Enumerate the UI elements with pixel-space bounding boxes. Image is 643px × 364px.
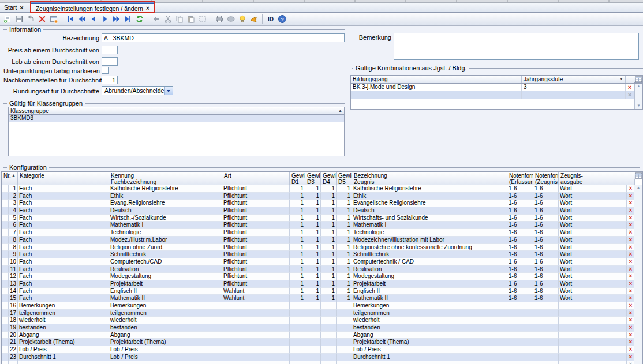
id-button[interactable]: ID: [265, 15, 276, 24]
column-header[interactable]: Gewicht D1: [290, 172, 305, 185]
column-header-jahrgangsstufe[interactable]: Jahrgangsstufe ▼: [522, 76, 626, 83]
export-icon[interactable]: [225, 13, 237, 25]
column-header[interactable]: Gewicht D3: [305, 172, 321, 185]
close-icon[interactable]: ×: [20, 5, 23, 10]
group-title: Gültige Kombinationen aus Jgst. / Bldg.: [353, 65, 469, 72]
hint-bulb-icon[interactable]: [237, 13, 248, 25]
konfiguration-row[interactable]: 8FachModez./Illustr.m.LaborPflichtunt111…: [2, 237, 635, 244]
first-record-icon[interactable]: [65, 13, 76, 25]
tab-bar: Start × Zeugniseinstellungen festlegen /…: [0, 3, 643, 13]
nachkommastellen-label: Nachkommastellen für Durchschnitte: [3, 77, 99, 84]
delete-row-button: ×: [626, 91, 634, 99]
table-header-row: Klassengruppe ▲: [9, 107, 344, 115]
konfiguration-row[interactable]: 16BemerkungenBemerkungenBemerkungen×: [2, 302, 635, 310]
group-title: Information: [7, 26, 43, 33]
vertical-scrollbar[interactable]: ▲ ▼: [634, 84, 642, 109]
konfiguration-row[interactable]: 14FachEnglisch IIWahlunt1111Englisch II1…: [2, 288, 635, 295]
tab-start[interactable]: Start ×: [0, 3, 28, 12]
column-options-button[interactable]: [634, 172, 642, 179]
preis-input[interactable]: [102, 46, 118, 54]
form-properties-icon[interactable]: [48, 13, 59, 25]
preis-label: Preis ab einem Durchschnitt von: [3, 47, 99, 54]
sort-ascending-icon: ▲: [338, 108, 342, 114]
column-header[interactable]: Notenformat (Erfassung): [507, 172, 533, 185]
last-record-icon[interactable]: [122, 13, 134, 25]
main-toolbar: ID ?: [0, 13, 643, 26]
filter-dropdown-icon[interactable]: ▼: [619, 76, 623, 82]
column-header[interactable]: Art: [222, 172, 290, 185]
delete-record-icon[interactable]: [36, 13, 48, 25]
cut-icon[interactable]: [162, 13, 174, 25]
undo-icon[interactable]: [25, 13, 36, 25]
tab-zeugniseinstellungen[interactable]: Zeugniseinstellungen festlegen / ändern …: [31, 2, 155, 12]
help-icon[interactable]: ?: [276, 13, 288, 25]
konfiguration-row[interactable]: 11FachRealisationPflichtunt1111Realisati…: [2, 266, 635, 273]
chevron-down-icon[interactable]: [164, 87, 173, 95]
select-icon[interactable]: [197, 13, 208, 25]
notification-horn-icon[interactable]: [248, 13, 260, 25]
group-title: Konfiguration: [7, 164, 49, 171]
konfiguration-row[interactable]: 2FachEthikPflichtunt1111Ethik1-61-6Wort×: [2, 193, 635, 200]
kombinationen-row[interactable]: BK 3-j.Mode und Design 3 ×: [351, 84, 642, 91]
konfiguration-row[interactable]: 12FachModegestaltungPflichtunt1111Modege…: [2, 273, 635, 280]
column-header-bildungsgang[interactable]: Bildungsgang: [351, 76, 522, 83]
konfiguration-row[interactable]: 20AbgangAbgangAbgang×: [2, 332, 635, 339]
konfiguration-row[interactable]: 6FachMathematik IPflichtunt1111Mathemati…: [2, 222, 635, 229]
vertical-scrollbar[interactable]: ▲: [634, 185, 642, 364]
group-title: Gültig für Klassengruppen: [7, 100, 85, 107]
konfiguration-table-header: Nr.▲KategorieKennung FachbezeichnungArtG…: [2, 172, 635, 185]
konfiguration-row[interactable]: 15FachMathematik IIWahlunt1111Mathematik…: [2, 295, 635, 302]
konfiguration-row[interactable]: 21Projektarbeit (Thema)Projektarbeit (Th…: [2, 339, 635, 346]
paste-icon[interactable]: [185, 13, 197, 25]
new-record-icon[interactable]: [2, 13, 13, 25]
save-icon[interactable]: [13, 13, 25, 25]
column-header[interactable]: Gewicht D4: [321, 172, 337, 185]
konfiguration-row[interactable]: 8FachReligion ohne Zuord.Pflichtunt1111R…: [2, 244, 635, 252]
next-record-icon[interactable]: [99, 13, 111, 25]
konfiguration-row[interactable]: 5FachWirtsch.-/SozialkundePflichtunt1111…: [2, 215, 635, 222]
konfiguration-row[interactable]: 7FachTechnologiePflichtunt1111Technologi…: [2, 229, 635, 237]
scroll-up-icon[interactable]: ▲: [634, 185, 642, 190]
lob-input[interactable]: [102, 57, 118, 66]
column-options-button[interactable]: [634, 76, 642, 83]
konfiguration-row[interactable]: 13FachProjektarbeitPflichtunt1111Projekt…: [2, 280, 635, 288]
navigate-back-icon[interactable]: [151, 13, 162, 25]
column-header[interactable]: Notenformat (Zeugnisdruck): [533, 172, 559, 185]
konfiguration-row[interactable]: 4FachDeutschPflichtunt1111Deutsch1-61-6W…: [2, 207, 635, 215]
column-header[interactable]: Nr.▲: [2, 172, 18, 185]
konfiguration-row[interactable]: 17teilgenommenteilgenommenteilgenommen×: [2, 310, 635, 317]
column-header[interactable]: Kennung Fachbezeichnung: [109, 172, 222, 185]
konfiguration-row[interactable]: 3FachEvang.ReligionslehrePflichtunt1111E…: [2, 200, 635, 207]
delete-row-button[interactable]: ×: [626, 84, 634, 91]
kombinationen-row-empty[interactable]: ×: [351, 91, 642, 99]
konfiguration-row[interactable]: 1FachKatholische ReligionslehrePflichtun…: [2, 185, 635, 193]
close-icon[interactable]: ×: [146, 6, 149, 11]
konfiguration-row[interactable]: 10FachComputertech./CADPflichtunt1111Com…: [2, 258, 635, 266]
konfiguration-row[interactable]: 18wiederholtwiederholtwiederholt×: [2, 317, 635, 324]
klassengruppen-row[interactable]: 3BKMD3: [9, 115, 344, 122]
konfiguration-row[interactable]: 23Durchschnitt 1Lob / PreisDurchschnitt …: [2, 354, 635, 361]
scroll-up-icon[interactable]: ▲: [635, 84, 642, 89]
application-window: Start × Zeugniseinstellungen festlegen /…: [0, 0, 643, 364]
konfiguration-table: Nr.▲KategorieKennung FachbezeichnungArtG…: [1, 171, 643, 364]
fast-forward-icon[interactable]: [111, 13, 122, 25]
refresh-icon[interactable]: [134, 13, 145, 25]
copy-icon[interactable]: [174, 13, 185, 25]
scroll-down-icon[interactable]: ▼: [635, 103, 642, 108]
tab-label: Start: [4, 4, 17, 11]
rundungsart-dropdown[interactable]: Abrunden/Abschneiden: [102, 86, 173, 95]
column-header[interactable]: Kategorie: [18, 172, 109, 185]
konfiguration-row[interactable]: 19bestandenbestandenbestanden×: [2, 324, 635, 332]
unterpunktungen-checkbox[interactable]: [102, 67, 109, 74]
bemerkung-input[interactable]: [394, 33, 639, 60]
konfiguration-row[interactable]: 22Lob / PreisLob / PreisLob / Preis×: [2, 346, 635, 354]
konfiguration-row[interactable]: 9FachSchnitttechnikPflichtunt1111Schnitt…: [2, 251, 635, 258]
column-header[interactable]: Bezeichnung Zeugnis: [352, 172, 507, 185]
nachkommastellen-input[interactable]: [102, 76, 118, 84]
column-header[interactable]: Gewicht D5: [337, 172, 352, 185]
print-icon[interactable]: [214, 13, 225, 25]
prev-record-icon[interactable]: [88, 13, 99, 25]
column-header[interactable]: Zeugnis- ausgabe: [559, 172, 635, 185]
column-header-klassengruppe[interactable]: Klassengruppe ▲: [9, 107, 344, 114]
fast-back-icon[interactable]: [76, 13, 88, 25]
